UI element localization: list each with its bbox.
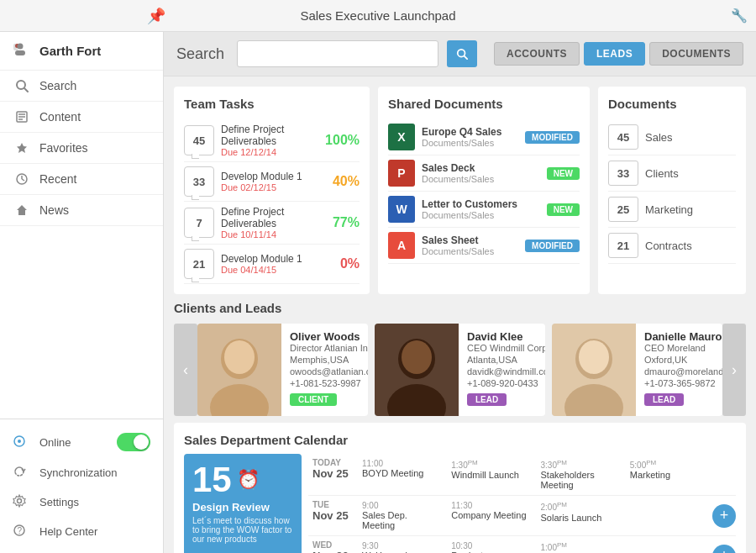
pin-icon: 📌 [147,7,165,25]
doc-info: Sales Sheet Documents/Sales [422,234,518,256]
sync-label: Synchronization [39,466,118,479]
document-item[interactable]: 33 Clients [608,155,736,192]
cal-event-name: Design Review [192,501,293,514]
doc-item[interactable]: W Letter to Customers Documents/Sales NE… [388,192,580,228]
client-tag: LEAD [467,393,507,406]
sidebar-help[interactable]: ? Help Center [0,517,163,546]
task-name: Define Project Deliverables [221,124,318,147]
task-item[interactable]: 33 Develop Module 1 Due 02/12/15 40% [184,162,360,202]
cal-slot: 11:00 BOYD Meeting [359,457,444,480]
doc-name: Sales Sheet [422,234,518,246]
search-button[interactable] [447,40,477,67]
client-name: Danielle Mauro [644,330,722,343]
accounts-button[interactable]: ACCOUNTS [494,42,580,66]
cal-slot: 1:30PM Windmill Launch [448,457,533,482]
sidebar-item-search[interactable]: Search [0,71,163,102]
doc-name: Europe Q4 Sales [422,126,518,138]
task-item[interactable]: 21 Develop Module 1 Due 04/14/15 0% [184,245,360,284]
cal-slot-time: 11:00 [362,459,441,468]
sidebar-item-recent[interactable]: Recent [0,164,163,195]
top-bar: 📌 Sales Executive Launchpad 🔧 [0,0,756,32]
svg-line-20 [465,56,468,60]
cal-slot-time: 1:00PM [541,541,620,552]
doc-badge: NEW [547,203,580,216]
cal-slot-time: 5:00PM [630,459,709,470]
cal-slot: 1:00PM Media Interview [538,540,623,553]
svg-point-32 [579,340,609,374]
doc-item[interactable]: P Sales Deck Documents/Sales NEW [388,155,580,192]
cal-date: WED Nov 26 [308,536,359,553]
sidebar-item-content[interactable]: Content [0,102,163,133]
cal-slot-time: 11:30 [451,501,530,510]
online-label: Online [39,436,71,449]
sidebar-settings[interactable]: Settings [0,487,163,517]
cal-slot-name: Company Meeting [451,510,530,520]
shared-docs-list: X Europe Q4 Sales Documents/Sales MODIFI… [388,119,580,264]
task-percent: 0% [326,256,360,271]
wrench-icon[interactable]: 🔧 [731,8,748,24]
task-percent: 77% [326,215,360,230]
svg-point-2 [18,44,24,50]
sidebar-content-label: Content [39,110,81,124]
client-card[interactable]: Danielle Mauro CEO Moreland Oxford,UK dm… [552,324,722,416]
svg-point-15 [18,440,21,443]
cal-slot-name: Stakeholders Meeting [541,470,620,490]
cal-slot: 5:00PM Marketing [627,457,712,482]
cal-slot [627,499,712,503]
svg-line-13 [22,179,24,181]
carousel-next[interactable]: › [722,324,746,416]
calendar-row: Today Nov 25 11:00 BOYD Meeting 1:30PM W… [308,454,736,496]
doc-path: Documents/Sales [422,210,540,220]
cal-slot-name: Windmill Launch [451,470,530,480]
client-title: CEO Windmill Corp. [467,343,545,353]
cal-event-desc: Let´s meet to discuss how to bring the W… [192,516,293,544]
document-item[interactable]: 21 Contracts [608,228,736,264]
client-location: Oxford,UK [644,355,722,365]
sidebar-online[interactable]: Online [0,426,163,458]
cal-slot [627,540,712,543]
svg-marker-10 [17,143,27,153]
search-bar: Search ACCOUNTS LEADS DOCUMENTS [164,32,756,76]
task-percent: 40% [326,174,360,189]
client-email: dmauro@moreland.com [644,366,722,377]
document-item[interactable]: 25 Marketing [608,192,736,228]
doc-badge: NEW [547,167,580,180]
user-icon [13,42,31,60]
documents-button[interactable]: DOCUMENTS [649,42,743,66]
task-item[interactable]: 7 Define Project Deliverables Due 10/11/… [184,202,360,245]
document-item[interactable]: 45 Sales [608,119,736,155]
client-title: Director Atlanian Inc. [290,343,368,353]
shared-docs-title: Shared Documents [388,97,580,111]
sidebar-synchronization[interactable]: Synchronization [0,458,163,487]
doc-name: Sales Deck [422,162,540,174]
sidebar-item-news[interactable]: News [0,195,163,226]
content-area: Search ACCOUNTS LEADS DOCUMENTS Team Tas… [164,32,756,553]
settings-icon [13,494,31,510]
settings-label: Settings [39,496,79,508]
cal-slot-name: Solaris Launch [541,513,620,523]
user-name: Garth Fort [39,44,101,58]
cal-slots: 11:00 BOYD Meeting 1:30PM Windmill Launc… [359,454,712,495]
cal-slot-time: 1:30PM [451,459,530,470]
doc-badge: MODIFIED [525,240,580,252]
leads-button[interactable]: LEADS [584,42,645,66]
content-icon [13,110,31,124]
sidebar-user[interactable]: Garth Fort [0,32,163,71]
client-location: Memphis,USA [290,355,368,365]
search-input[interactable] [237,40,438,67]
task-item[interactable]: 45 Define Project Deliverables Due 12/12… [184,119,360,162]
client-avatar [197,324,281,416]
toggle-knob [134,434,149,450]
doc-item[interactable]: A Sales Sheet Documents/Sales MODIFIED [388,228,580,264]
cal-add-button[interactable]: + [712,504,736,528]
carousel-prev[interactable]: ‹ [174,324,197,416]
client-card[interactable]: Oliver Woods Director Atlanian Inc. Memp… [197,324,368,416]
cal-add-button[interactable]: + [712,545,736,553]
client-card[interactable]: David Klee CEO Windmill Corp. Atlanta,US… [375,324,545,416]
sidebar-item-favorites[interactable]: Favorites [0,133,163,164]
doc-item[interactable]: X Europe Q4 Sales Documents/Sales MODIFI… [388,119,580,155]
online-toggle[interactable] [117,433,150,451]
cal-slot-name: Sales Dep. Meeting [362,510,441,530]
doc-label: Sales [645,131,673,144]
doc-label: Marketing [645,203,693,216]
